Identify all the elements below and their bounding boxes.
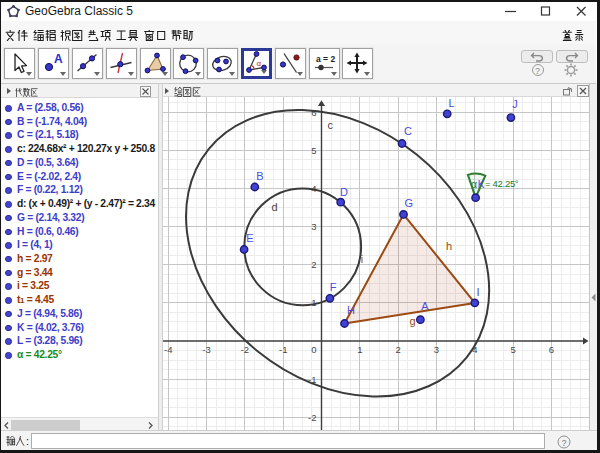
svg-text:L: L	[449, 97, 455, 109]
svg-text:a = 2: a = 2	[316, 54, 335, 64]
svg-text:H: H	[347, 304, 355, 316]
svg-text:3: 3	[434, 344, 439, 355]
svg-text:2: 2	[396, 344, 401, 355]
svg-text:= 42.25°: = 42.25°	[485, 178, 519, 189]
svg-text:C: C	[404, 125, 412, 137]
svg-text:K: K	[478, 179, 485, 190]
svg-text:i: i	[361, 253, 363, 265]
svg-text:D: D	[340, 186, 348, 198]
svg-text:E: E	[246, 232, 253, 244]
svg-text:-4: -4	[164, 344, 172, 355]
svg-text:J: J	[512, 98, 518, 110]
svg-text:d: d	[271, 201, 277, 213]
svg-text:F: F	[330, 281, 337, 293]
svg-text:?: ?	[561, 438, 566, 448]
svg-text:0: 0	[311, 344, 316, 355]
svg-text:3: 3	[311, 221, 316, 232]
svg-text:G: G	[404, 197, 413, 209]
svg-text:g: g	[410, 315, 416, 327]
svg-text:5: 5	[510, 344, 515, 355]
svg-text:B: B	[256, 170, 263, 182]
svg-text:-2: -2	[308, 412, 316, 423]
svg-text:5: 5	[311, 145, 316, 156]
svg-text:6: 6	[311, 107, 316, 118]
svg-text:α: α	[257, 59, 262, 68]
svg-text:I: I	[476, 286, 479, 298]
svg-text:A: A	[421, 300, 429, 312]
svg-text:2: 2	[311, 259, 316, 270]
svg-text:-1: -1	[279, 344, 287, 355]
svg-text:-2: -2	[241, 344, 249, 355]
svg-text:1: 1	[357, 344, 362, 355]
svg-text:-3: -3	[202, 344, 210, 355]
svg-text:c: c	[328, 119, 334, 131]
svg-text:A: A	[54, 52, 63, 66]
svg-text:6: 6	[549, 344, 554, 355]
svg-text:h: h	[446, 240, 452, 252]
